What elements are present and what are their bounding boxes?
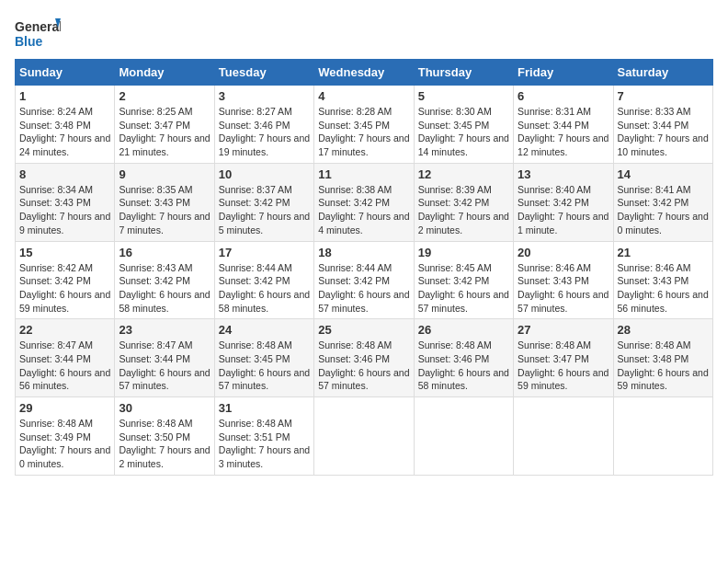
calendar-cell: 28Sunrise: 8:48 AMSunset: 3:48 PMDayligh… bbox=[613, 319, 712, 397]
cell-info: Sunrise: 8:43 AMSunset: 3:42 PMDaylight:… bbox=[119, 262, 210, 314]
day-header-tuesday: Tuesday bbox=[214, 60, 313, 86]
calendar-cell bbox=[414, 397, 513, 476]
calendar-cell: 15Sunrise: 8:42 AMSunset: 3:42 PMDayligh… bbox=[16, 241, 115, 319]
cell-info: Sunrise: 8:48 AMSunset: 3:47 PMDaylight:… bbox=[518, 339, 609, 391]
day-header-sunday: Sunday bbox=[16, 60, 115, 86]
day-number: 18 bbox=[318, 246, 409, 259]
header: General Blue bbox=[15, 15, 713, 53]
day-number: 4 bbox=[318, 89, 409, 103]
day-number: 10 bbox=[219, 167, 310, 181]
cell-info: Sunrise: 8:48 AMSunset: 3:50 PMDaylight:… bbox=[119, 418, 210, 469]
calendar-cell: 13Sunrise: 8:40 AMSunset: 3:42 PMDayligh… bbox=[514, 163, 613, 241]
day-number: 8 bbox=[19, 167, 110, 181]
cell-info: Sunrise: 8:30 AMSunset: 3:45 PMDaylight:… bbox=[418, 106, 509, 157]
calendar-cell: 8Sunrise: 8:34 AMSunset: 3:43 PMDaylight… bbox=[16, 163, 115, 241]
calendar-cell: 11Sunrise: 8:38 AMSunset: 3:42 PMDayligh… bbox=[314, 163, 414, 241]
day-number: 5 bbox=[418, 89, 509, 103]
cell-info: Sunrise: 8:27 AMSunset: 3:46 PMDaylight:… bbox=[219, 106, 310, 157]
calendar-cell: 21Sunrise: 8:46 AMSunset: 3:43 PMDayligh… bbox=[613, 241, 712, 319]
cell-info: Sunrise: 8:34 AMSunset: 3:43 PMDaylight:… bbox=[19, 184, 110, 236]
day-number: 24 bbox=[219, 323, 310, 337]
calendar-cell: 10Sunrise: 8:37 AMSunset: 3:42 PMDayligh… bbox=[214, 163, 313, 241]
day-header-saturday: Saturday bbox=[613, 60, 712, 86]
calendar-cell: 5Sunrise: 8:30 AMSunset: 3:45 PMDaylight… bbox=[414, 86, 513, 164]
calendar-cell: 18Sunrise: 8:44 AMSunset: 3:42 PMDayligh… bbox=[314, 241, 414, 319]
day-number: 13 bbox=[518, 167, 609, 181]
calendar-cell: 20Sunrise: 8:46 AMSunset: 3:43 PMDayligh… bbox=[514, 241, 613, 319]
calendar-table: SundayMondayTuesdayWednesdayThursdayFrid… bbox=[15, 59, 713, 476]
day-number: 1 bbox=[19, 89, 110, 103]
calendar-cell: 7Sunrise: 8:33 AMSunset: 3:44 PMDaylight… bbox=[613, 86, 712, 164]
day-number: 28 bbox=[618, 323, 709, 337]
cell-info: Sunrise: 8:48 AMSunset: 3:49 PMDaylight:… bbox=[19, 418, 110, 469]
day-number: 21 bbox=[618, 246, 709, 259]
calendar-cell: 30Sunrise: 8:48 AMSunset: 3:50 PMDayligh… bbox=[115, 397, 214, 476]
day-number: 12 bbox=[418, 167, 509, 181]
calendar-cell: 17Sunrise: 8:44 AMSunset: 3:42 PMDayligh… bbox=[214, 241, 313, 319]
week-row: 29Sunrise: 8:48 AMSunset: 3:49 PMDayligh… bbox=[16, 397, 713, 476]
week-row: 8Sunrise: 8:34 AMSunset: 3:43 PMDaylight… bbox=[16, 163, 713, 241]
week-row: 1Sunrise: 8:24 AMSunset: 3:48 PMDaylight… bbox=[16, 86, 713, 164]
day-number: 30 bbox=[119, 401, 210, 415]
cell-info: Sunrise: 8:42 AMSunset: 3:42 PMDaylight:… bbox=[19, 262, 110, 314]
calendar-cell bbox=[514, 397, 613, 476]
cell-info: Sunrise: 8:48 AMSunset: 3:45 PMDaylight:… bbox=[219, 339, 310, 391]
day-number: 11 bbox=[318, 167, 409, 181]
calendar-cell: 29Sunrise: 8:48 AMSunset: 3:49 PMDayligh… bbox=[16, 397, 115, 476]
cell-info: Sunrise: 8:28 AMSunset: 3:45 PMDaylight:… bbox=[318, 106, 409, 157]
calendar-cell: 26Sunrise: 8:48 AMSunset: 3:46 PMDayligh… bbox=[414, 319, 513, 397]
cell-info: Sunrise: 8:33 AMSunset: 3:44 PMDaylight:… bbox=[618, 106, 709, 157]
day-number: 7 bbox=[618, 89, 709, 103]
calendar-cell: 22Sunrise: 8:47 AMSunset: 3:44 PMDayligh… bbox=[16, 319, 115, 397]
cell-info: Sunrise: 8:47 AMSunset: 3:44 PMDaylight:… bbox=[19, 339, 110, 391]
calendar-cell: 3Sunrise: 8:27 AMSunset: 3:46 PMDaylight… bbox=[214, 86, 313, 164]
cell-info: Sunrise: 8:46 AMSunset: 3:43 PMDaylight:… bbox=[518, 262, 609, 314]
day-number: 19 bbox=[418, 246, 509, 259]
cell-info: Sunrise: 8:48 AMSunset: 3:48 PMDaylight:… bbox=[618, 339, 709, 391]
calendar-cell bbox=[613, 397, 712, 476]
cell-info: Sunrise: 8:48 AMSunset: 3:51 PMDaylight:… bbox=[219, 418, 310, 469]
day-number: 29 bbox=[19, 401, 110, 415]
day-header-friday: Friday bbox=[514, 60, 613, 86]
calendar-cell: 1Sunrise: 8:24 AMSunset: 3:48 PMDaylight… bbox=[16, 86, 115, 164]
calendar-cell: 24Sunrise: 8:48 AMSunset: 3:45 PMDayligh… bbox=[214, 319, 313, 397]
cell-info: Sunrise: 8:41 AMSunset: 3:42 PMDaylight:… bbox=[618, 184, 709, 236]
cell-info: Sunrise: 8:40 AMSunset: 3:42 PMDaylight:… bbox=[518, 184, 609, 236]
calendar-cell: 27Sunrise: 8:48 AMSunset: 3:47 PMDayligh… bbox=[514, 319, 613, 397]
day-number: 17 bbox=[219, 246, 310, 259]
calendar-cell: 6Sunrise: 8:31 AMSunset: 3:44 PMDaylight… bbox=[514, 86, 613, 164]
calendar-cell: 16Sunrise: 8:43 AMSunset: 3:42 PMDayligh… bbox=[115, 241, 214, 319]
cell-info: Sunrise: 8:31 AMSunset: 3:44 PMDaylight:… bbox=[518, 106, 609, 157]
day-number: 15 bbox=[19, 246, 110, 259]
cell-info: Sunrise: 8:44 AMSunset: 3:42 PMDaylight:… bbox=[219, 262, 310, 314]
week-row: 22Sunrise: 8:47 AMSunset: 3:44 PMDayligh… bbox=[16, 319, 713, 397]
day-number: 14 bbox=[618, 167, 709, 181]
calendar-cell: 2Sunrise: 8:25 AMSunset: 3:47 PMDaylight… bbox=[115, 86, 214, 164]
cell-info: Sunrise: 8:44 AMSunset: 3:42 PMDaylight:… bbox=[318, 262, 409, 314]
calendar-cell: 12Sunrise: 8:39 AMSunset: 3:42 PMDayligh… bbox=[414, 163, 513, 241]
day-number: 31 bbox=[219, 401, 310, 415]
day-number: 26 bbox=[418, 323, 509, 337]
calendar-cell: 9Sunrise: 8:35 AMSunset: 3:43 PMDaylight… bbox=[115, 163, 214, 241]
day-number: 6 bbox=[518, 89, 609, 103]
cell-info: Sunrise: 8:35 AMSunset: 3:43 PMDaylight:… bbox=[119, 184, 210, 236]
calendar-cell: 14Sunrise: 8:41 AMSunset: 3:42 PMDayligh… bbox=[613, 163, 712, 241]
calendar-cell bbox=[314, 397, 414, 476]
day-number: 2 bbox=[119, 89, 210, 103]
day-number: 16 bbox=[119, 246, 210, 259]
day-header-thursday: Thursday bbox=[414, 60, 513, 86]
day-number: 22 bbox=[19, 323, 110, 337]
cell-info: Sunrise: 8:45 AMSunset: 3:42 PMDaylight:… bbox=[418, 262, 509, 314]
calendar-cell: 19Sunrise: 8:45 AMSunset: 3:42 PMDayligh… bbox=[414, 241, 513, 319]
week-row: 15Sunrise: 8:42 AMSunset: 3:42 PMDayligh… bbox=[16, 241, 713, 319]
cell-info: Sunrise: 8:37 AMSunset: 3:42 PMDaylight:… bbox=[219, 184, 310, 236]
cell-info: Sunrise: 8:46 AMSunset: 3:43 PMDaylight:… bbox=[618, 262, 709, 314]
cell-info: Sunrise: 8:47 AMSunset: 3:44 PMDaylight:… bbox=[119, 339, 210, 391]
calendar-cell: 23Sunrise: 8:47 AMSunset: 3:44 PMDayligh… bbox=[115, 319, 214, 397]
cell-info: Sunrise: 8:38 AMSunset: 3:42 PMDaylight:… bbox=[318, 184, 409, 236]
calendar-cell: 4Sunrise: 8:28 AMSunset: 3:45 PMDaylight… bbox=[314, 86, 414, 164]
day-number: 23 bbox=[119, 323, 210, 337]
day-number: 20 bbox=[518, 246, 609, 259]
header-row: SundayMondayTuesdayWednesdayThursdayFrid… bbox=[16, 60, 713, 86]
logo: General Blue bbox=[15, 15, 61, 53]
